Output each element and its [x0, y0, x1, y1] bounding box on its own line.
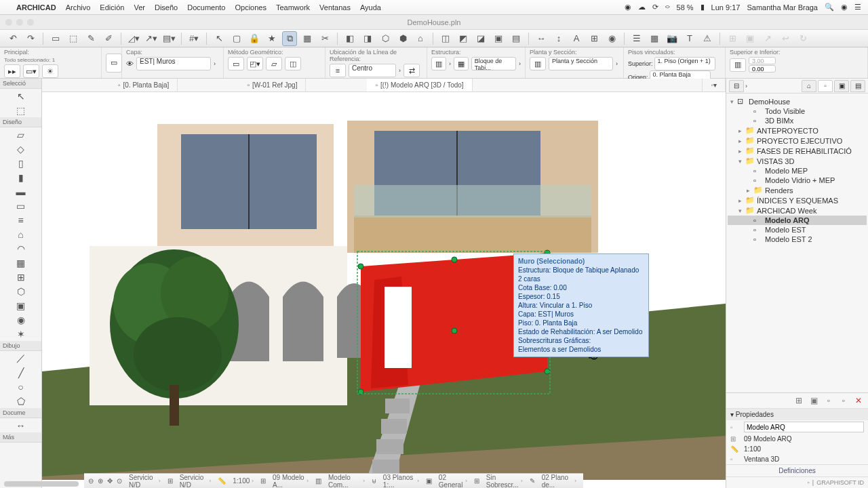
menu-archivo[interactable]: Archivo: [66, 3, 91, 12]
skylight-tool[interactable]: ▦: [0, 256, 41, 270]
label-icon[interactable]: ⊞: [587, 31, 601, 46]
tree-item[interactable]: ▫Todo Visible: [728, 106, 867, 116]
eye-icon[interactable]: 👁: [126, 60, 134, 68]
wall-icon[interactable]: ▤▾: [161, 31, 176, 46]
siri-icon[interactable]: ◉: [841, 3, 848, 12]
nav-close-icon[interactable]: ✕: [852, 395, 865, 406]
estr-dropdown[interactable]: Bloque de Tabi...: [471, 57, 516, 70]
sync-icon[interactable]: ⟳: [652, 3, 658, 12]
menu-edicion[interactable]: Edición: [100, 3, 124, 12]
photo-icon[interactable]: 📷: [665, 31, 679, 46]
planta-dropdown[interactable]: Planta y Sección: [549, 57, 613, 70]
footer-icon[interactable]: ▫: [808, 479, 810, 486]
tree-item[interactable]: ▸📁ANTEPROYECTO: [728, 125, 867, 136]
traffic-max[interactable]: [27, 19, 34, 26]
menu-opciones[interactable]: Opciones: [235, 3, 266, 12]
tree-item[interactable]: ▸📁FASES DE REHABILITACIÓ: [728, 146, 867, 156]
tree-item[interactable]: ▫Modelo Vidrio + MEP: [728, 176, 867, 185]
sel-btn-2[interactable]: ▭▾: [23, 64, 39, 78]
redo-button[interactable]: ↷: [23, 31, 38, 46]
link-icon[interactable]: ⧉: [282, 31, 297, 46]
geom-3[interactable]: ▱: [266, 57, 282, 70]
s4-icon[interactable]: ▣: [426, 477, 432, 485]
nav-tab-pub[interactable]: ▤: [850, 80, 865, 92]
slab-tool[interactable]: ▭: [0, 199, 41, 213]
navigator-tree[interactable]: ▾⊡DemoHouse ▫Todo Visible▫3D BIMx▸📁ANTEP…: [726, 94, 868, 392]
status-scale[interactable]: 1:100›: [230, 477, 256, 485]
tool-a[interactable]: ▭: [48, 31, 63, 46]
cam1-icon[interactable]: ◫: [438, 31, 453, 46]
tree-item[interactable]: ▫Modelo ARQ: [728, 216, 867, 225]
properties-header[interactable]: ▾ Propiedades: [726, 409, 868, 420]
circle-tool[interactable]: ○: [0, 380, 41, 394]
status-s4[interactable]: 02 General›: [436, 474, 470, 489]
si-top-input[interactable]: [749, 57, 776, 64]
nav-chev[interactable]: ›: [745, 83, 747, 89]
struct-icon[interactable]: ▥: [431, 57, 446, 70]
cc-icon[interactable]: ◉: [625, 3, 631, 12]
persp-icon[interactable]: ▣: [491, 31, 506, 46]
s6-icon[interactable]: ✎: [530, 477, 535, 485]
traffic-min[interactable]: [16, 19, 23, 26]
control-center-icon[interactable]: ☰: [854, 3, 861, 12]
trace-icon[interactable]: ◧: [342, 31, 357, 46]
nav-act-3[interactable]: ▫: [823, 395, 835, 406]
nav-tab-view[interactable]: ▫: [818, 80, 833, 92]
dim-tool[interactable]: ↔: [0, 418, 41, 432]
status-serv2[interactable]: Servicio N/D›: [177, 474, 214, 489]
lock-icon[interactable]: 🔒: [247, 31, 262, 46]
column-tool[interactable]: ▮: [0, 170, 41, 184]
arrow-icon[interactable]: ↗▾: [144, 31, 159, 46]
zoom-out-icon[interactable]: ⊖: [88, 477, 94, 485]
si-bot-input[interactable]: [749, 65, 776, 73]
dim1-icon[interactable]: ↔: [534, 31, 549, 46]
tree-item[interactable]: ▾📁ARCHICAD Week: [728, 205, 867, 216]
nav-tab-proj[interactable]: ⌂: [802, 80, 816, 92]
nav-act-2[interactable]: ▣: [808, 395, 820, 406]
beam-tool[interactable]: ▬: [0, 184, 41, 199]
warn-icon[interactable]: ⚠: [700, 31, 715, 46]
tab-planta[interactable]: ▫[0. Planta Baja]: [110, 79, 178, 92]
pub4-icon[interactable]: ↻: [795, 31, 810, 46]
cam2-icon[interactable]: ◩: [456, 31, 471, 46]
marquee-tool[interactable]: ⬚: [0, 103, 41, 117]
sel-btn-1[interactable]: ▸▸: [4, 64, 20, 78]
line-icon[interactable]: ≡: [330, 64, 346, 77]
geom-1[interactable]: ▭: [228, 57, 244, 70]
tree-root[interactable]: ▾⊡DemoHouse: [728, 96, 867, 106]
prop-name-input[interactable]: [744, 422, 864, 432]
footer-text[interactable]: GRAPHISOFT ID: [816, 479, 864, 486]
stair-tool[interactable]: ≡: [0, 213, 41, 227]
pan-icon[interactable]: ✥: [107, 477, 113, 485]
pencil-icon[interactable]: ✎: [83, 31, 98, 46]
traffic-close[interactable]: [5, 19, 12, 26]
detail-icon[interactable]: ◉: [604, 31, 619, 46]
tree-item[interactable]: ▫Modelo EST 2: [728, 235, 867, 244]
home-icon[interactable]: ⌂: [413, 31, 428, 46]
tree-item[interactable]: ▸📁Renders: [728, 185, 867, 195]
menu-ver[interactable]: Ver: [134, 3, 145, 12]
s3-icon[interactable]: ⊎: [372, 477, 376, 485]
clock[interactable]: Lun 9:17: [711, 3, 741, 12]
wall-tool-icon[interactable]: ▭: [106, 54, 122, 73]
plan-icon[interactable]: ▥: [530, 57, 546, 70]
status-s1[interactable]: 09 Modelo A...›: [270, 474, 311, 489]
pub1-icon[interactable]: ▣: [743, 31, 757, 46]
wand-icon[interactable]: ✐: [101, 31, 116, 46]
grid-icon[interactable]: #▾: [186, 31, 201, 46]
comp-icon[interactable]: ▦: [454, 57, 469, 70]
spotlight-icon[interactable]: 🔍: [825, 3, 834, 12]
zone-tool[interactable]: ◉: [0, 312, 41, 327]
axo-icon[interactable]: ▤: [509, 31, 524, 46]
user-name[interactable]: Samantha Mar Braga: [747, 3, 818, 12]
tab-3d[interactable]: ▫[(!) Modelo ARQ [3D / Todo]: [367, 79, 472, 92]
tree-item[interactable]: ▸📁ÍNDICES Y ESQUEMAS: [728, 195, 867, 205]
si-icon[interactable]: ▥: [730, 58, 746, 72]
planta-chev[interactable]: ›: [616, 60, 618, 67]
cam3-icon[interactable]: ◪: [473, 31, 488, 46]
measure-icon[interactable]: ▦: [300, 31, 315, 46]
rect-icon[interactable]: ▢: [229, 31, 244, 46]
ref-icon[interactable]: ◨: [360, 31, 375, 46]
morph-tool[interactable]: ⬡: [0, 284, 41, 298]
s5-icon[interactable]: ⊞: [474, 477, 479, 485]
